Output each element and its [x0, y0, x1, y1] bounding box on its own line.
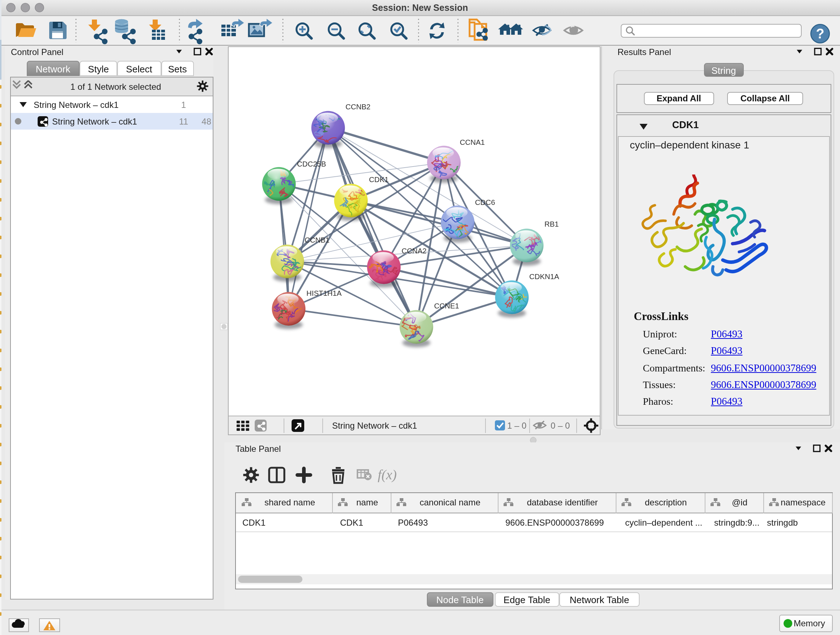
svg-text:f(x): f(x): [378, 467, 397, 483]
svg-text:RB1: RB1: [544, 220, 559, 228]
svg-text:?: ?: [816, 26, 824, 41]
svg-text:CDKN1A: CDKN1A: [529, 272, 559, 280]
svg-text:CDK1: CDK1: [369, 175, 388, 183]
svg-text:CDC6: CDC6: [475, 198, 495, 206]
svg-text:CCNA2: CCNA2: [401, 247, 426, 255]
svg-text:CCNE1: CCNE1: [434, 302, 459, 310]
svg-text:CCNB2: CCNB2: [345, 103, 370, 111]
svg-text:CCNB1: CCNB1: [304, 236, 329, 244]
svg-text:CDC25B: CDC25B: [297, 160, 325, 168]
svg-text:HIST1H1A: HIST1H1A: [306, 289, 341, 297]
svg-text:CCNA1: CCNA1: [459, 138, 485, 146]
